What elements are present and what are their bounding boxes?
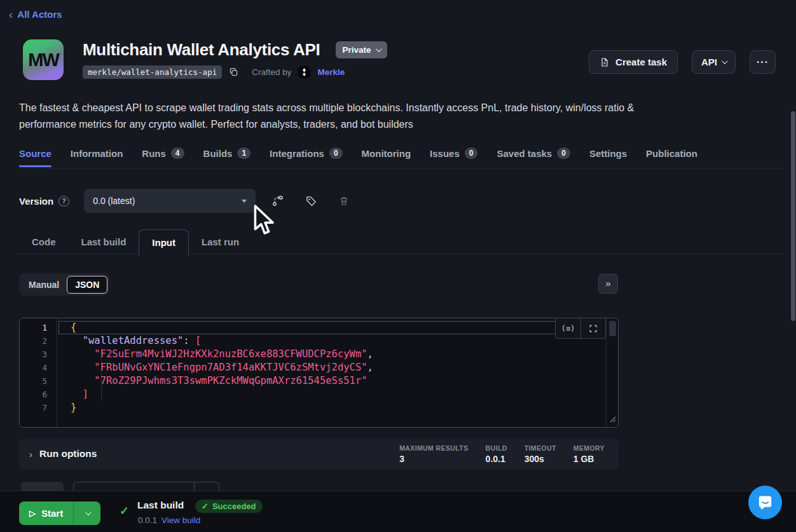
stat-value: 1 GB: [573, 454, 605, 464]
stat-label: MAXIMUM RESULTS: [399, 444, 468, 452]
tab-label: Builds: [203, 148, 233, 159]
actor-name-badge: merkle/wallet-analytics-api: [83, 65, 222, 79]
tab-source[interactable]: Source: [19, 148, 51, 161]
subtab-last-build[interactable]: Last build: [69, 229, 139, 254]
version-selected-value: 0.0 (latest): [93, 196, 135, 206]
line-number: 6: [20, 388, 57, 401]
run-options-stats: MAXIMUM RESULTS3BUILD0.0.1TIMEOUT300sMEM…: [399, 444, 605, 464]
copy-icon[interactable]: [228, 67, 239, 78]
chat-widget-button[interactable]: [748, 486, 782, 519]
chevron-down-icon: [85, 509, 92, 515]
resize-handle-icon[interactable]: [609, 414, 616, 425]
stat-label: MEMORY: [573, 444, 605, 452]
editor-code[interactable]: { "walletAddresses": [ "F2SuErm4MviWJ2Hz…: [58, 318, 605, 427]
collapse-panel-button[interactable]: »: [598, 274, 618, 294]
breadcrumb-label: All Actors: [17, 9, 62, 20]
line-number: 7: [20, 401, 57, 414]
subtab-code[interactable]: Code: [19, 229, 69, 254]
tag-icon[interactable]: [300, 190, 322, 212]
line-number: 2: [20, 334, 57, 348]
crafted-by-label: Crafted by: [252, 67, 291, 77]
check-icon: ✓: [202, 501, 209, 511]
start-button[interactable]: ▷ Start: [19, 501, 74, 525]
tab-saved-tasks[interactable]: Saved tasks0: [497, 147, 570, 161]
source-subtabs: CodeLast buildInputLast run: [19, 229, 252, 254]
count-badge: 0: [329, 147, 343, 159]
tab-issues[interactable]: Issues0: [430, 147, 477, 161]
version-label: Version: [19, 196, 53, 207]
help-icon[interactable]: ?: [58, 196, 69, 207]
line-number: 1: [20, 321, 57, 334]
tab-label: Information: [71, 148, 123, 159]
git-branch-icon[interactable]: [267, 190, 289, 212]
editor-scrollbar[interactable]: [606, 318, 618, 427]
format-json-button[interactable]: (≡): [556, 318, 580, 338]
tab-label: Publication: [646, 148, 697, 159]
count-badge: 0: [557, 147, 570, 159]
tab-monitoring[interactable]: Monitoring: [362, 148, 411, 161]
editor-scrollbar-thumb[interactable]: [609, 321, 616, 336]
tab-builds[interactable]: Builds1: [203, 147, 251, 161]
visibility-dropdown[interactable]: Private: [336, 41, 387, 58]
chat-bubble-icon: [757, 494, 774, 511]
actor-description: The fastest & cheapest API to scrape wal…: [19, 100, 718, 133]
fullscreen-icon: [589, 324, 598, 333]
code-line: "7RoZ29PJwhms3T3swmPKZckMWqGpmAXrz61545e…: [71, 374, 605, 388]
mode-manual[interactable]: Manual: [21, 276, 67, 294]
stat-value: 0.0.1: [486, 454, 507, 464]
tab-settings[interactable]: Settings: [589, 148, 627, 161]
actor-tabs: SourceInformationRuns4Builds1Integration…: [19, 145, 697, 164]
create-task-button[interactable]: Create task: [589, 50, 678, 74]
build-status-text: Succeeded: [212, 501, 256, 511]
count-badge: 4: [171, 147, 184, 159]
input-mode-toggle: Manual JSON: [19, 273, 109, 296]
run-option-timeout: TIMEOUT300s: [525, 444, 556, 464]
create-task-label: Create task: [615, 57, 667, 67]
count-badge: 1: [237, 147, 250, 159]
mode-json[interactable]: JSON: [67, 276, 107, 294]
tab-label: Issues: [430, 148, 460, 159]
stat-label: BUILD: [486, 444, 507, 452]
tab-label: Settings: [589, 148, 627, 159]
tab-information[interactable]: Information: [71, 148, 123, 161]
partial-input: [73, 482, 219, 491]
more-actions-button[interactable]: ···: [750, 50, 776, 74]
tab-label: Saved tasks: [497, 148, 552, 159]
start-options-dropdown[interactable]: [74, 501, 100, 525]
view-build-link[interactable]: View build: [161, 515, 200, 525]
document-icon: [600, 57, 610, 67]
run-options-bar[interactable]: › Run options MAXIMUM RESULTS3BUILD0.0.1…: [19, 439, 619, 469]
build-version: 0.0.1: [138, 515, 157, 525]
version-select[interactable]: 0.0 (latest): [84, 189, 256, 213]
code-line: ]: [71, 388, 605, 401]
subtab-input[interactable]: Input: [139, 229, 189, 256]
code-line: "F2SuErm4MviWJ2HzKXk2nuzBC6xe883CFWUDCPz…: [71, 348, 605, 361]
breadcrumb-all-actors[interactable]: ‹ All Actors: [9, 9, 62, 20]
page-scrollbar[interactable]: [791, 111, 795, 321]
json-input-editor[interactable]: 1234567 { "walletAddresses": [ "F2SuErm4…: [19, 318, 619, 428]
code-line: }: [71, 401, 605, 414]
line-number: 3: [20, 348, 57, 361]
subtab-last-run[interactable]: Last run: [189, 229, 252, 254]
api-dropdown-button[interactable]: API: [692, 50, 736, 74]
ellipsis-icon: ···: [757, 57, 769, 68]
chevron-down-icon: [722, 58, 728, 64]
stat-value: 300s: [525, 454, 556, 464]
run-option-maximum-results: MAXIMUM RESULTS3: [399, 444, 468, 464]
line-number: 4: [20, 361, 57, 374]
last-build-label: Last build: [137, 500, 184, 511]
code-line: "walletAddresses": [: [71, 334, 605, 348]
tab-publication[interactable]: Publication: [646, 148, 697, 161]
tab-integrations[interactable]: Integrations0: [270, 147, 343, 161]
visibility-label: Private: [343, 45, 371, 55]
author-link[interactable]: Merkle: [317, 67, 345, 77]
actor-logo-text: MW: [28, 50, 58, 71]
trash-icon[interactable]: [333, 190, 355, 212]
build-check-icon: ✓: [120, 504, 129, 518]
run-footer: ▷ Start ✓ Last build ✓ Succeeded 0.0.1 V…: [0, 491, 796, 532]
tab-label: Runs: [142, 148, 166, 159]
fullscreen-button[interactable]: [580, 318, 605, 338]
tab-runs[interactable]: Runs4: [142, 147, 184, 161]
api-label: API: [701, 57, 717, 67]
author-avatar: [298, 65, 311, 79]
